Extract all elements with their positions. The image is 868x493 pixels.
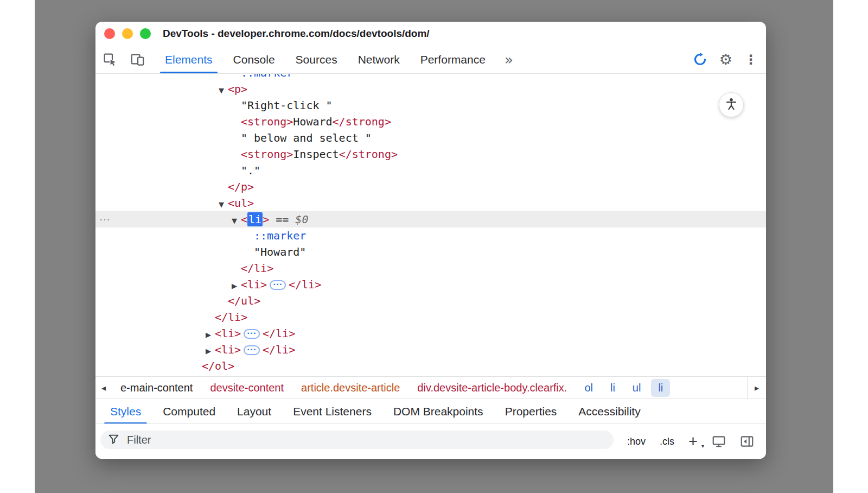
expand-arrow-icon[interactable]: ▼	[219, 83, 228, 99]
styles-filter-bar: :hov .cls +▾	[95, 424, 766, 459]
code-segment: </strong>	[339, 148, 398, 161]
dom-node[interactable]: </li>	[95, 260, 766, 276]
tab-console[interactable]: Console	[223, 46, 285, 73]
tab-network[interactable]: Network	[348, 46, 410, 73]
code-segment: <li>	[241, 278, 267, 291]
dom-node[interactable]: <strong>Howard</strong>	[95, 113, 766, 130]
code-segment: <li>	[215, 327, 241, 340]
breadcrumb-item[interactable]: devsite-content	[201, 382, 292, 394]
code-segment: </li>	[241, 262, 273, 275]
tab-dom-breakpoints[interactable]: DOM Breakpoints	[386, 399, 491, 424]
inline-expand-button[interactable]: ···	[244, 329, 260, 339]
minimize-button[interactable]	[122, 28, 133, 39]
tab-event-listeners[interactable]: Event Listeners	[285, 399, 379, 424]
tab-elements[interactable]: Elements	[155, 46, 223, 73]
code-segment: <ul>	[228, 197, 254, 210]
tab-computed[interactable]: Computed	[155, 399, 223, 424]
breadcrumb-item[interactable]: li	[602, 382, 624, 394]
dom-node[interactable]: ::marker	[95, 227, 766, 244]
dom-tree: ::marker▼<p>"Right-click "<strong>Howard…	[95, 74, 766, 377]
code-segment: "Right-click "	[241, 99, 333, 112]
filter-input[interactable]	[100, 431, 614, 449]
code-segment: </strong>	[333, 115, 391, 128]
kebab-menu-icon[interactable]: ⋮	[744, 53, 757, 66]
breadcrumb-item[interactable]: e-main-content	[112, 382, 201, 394]
dom-node[interactable]: ▶<li>···</li>	[95, 276, 766, 293]
sync-icon[interactable]	[693, 52, 707, 67]
more-tabs-icon[interactable]: »	[496, 46, 522, 73]
code-segment: </ul>	[228, 294, 260, 307]
inline-expand-button[interactable]: ···	[244, 345, 260, 355]
tab-properties[interactable]: Properties	[497, 399, 565, 424]
tab-layout[interactable]: Layout	[229, 399, 279, 424]
code-segment: <li>	[215, 343, 241, 356]
expand-arrow-icon[interactable]: ▶	[206, 343, 215, 359]
tab-styles[interactable]: Styles	[103, 399, 149, 424]
dom-node[interactable]: "Howard"	[95, 244, 766, 260]
titlebar: DevTools - developer.chrome.com/docs/dev…	[95, 22, 766, 46]
dom-node[interactable]: </ol>	[95, 358, 766, 374]
code-segment: "Howard"	[254, 245, 306, 258]
dom-node[interactable]: <strong>Inspect</strong>	[95, 146, 766, 162]
traffic-lights	[104, 28, 151, 39]
breadcrumb-item[interactable]: article.devsite-article	[292, 382, 409, 394]
breadcrumb-items: e-main-contentdevsite-contentarticle.dev…	[112, 377, 672, 399]
breadcrumb-item[interactable]: ul	[624, 382, 650, 394]
expand-arrow-icon[interactable]: ▼	[232, 213, 241, 229]
dom-node[interactable]: </p>	[95, 179, 766, 195]
code-segment: ==	[269, 213, 295, 226]
code-segment: Howard	[293, 115, 332, 128]
dom-node[interactable]: ▶<li>···</li>	[95, 342, 766, 358]
inspect-icon[interactable]	[103, 52, 117, 67]
tab-sources[interactable]: Sources	[285, 46, 348, 73]
filter-bar-controls: :hov .cls +▾	[627, 424, 754, 459]
breadcrumb-item[interactable]: ol	[576, 382, 602, 394]
expand-arrow-icon[interactable]: ▶	[206, 327, 215, 343]
rendering-display-icon[interactable]	[712, 434, 726, 448]
expand-arrow-icon[interactable]: ▼	[219, 197, 228, 213]
accessibility-button[interactable]	[719, 92, 744, 117]
code-segment: </li>	[289, 278, 321, 291]
dom-node[interactable]: ▼<p>	[95, 81, 766, 97]
close-button[interactable]	[104, 28, 115, 39]
dom-node[interactable]: "."	[95, 162, 766, 179]
breadcrumb-scroll-left-icon[interactable]: ◂	[95, 383, 112, 393]
node-overflow-menu-icon[interactable]: ⋯	[99, 211, 110, 227]
device-toolbar-icon[interactable]	[130, 52, 145, 67]
breadcrumb-item-selected[interactable]: li	[651, 379, 670, 397]
new-style-rule-button[interactable]: +▾	[688, 434, 698, 450]
code-segment: </ol>	[202, 359, 234, 372]
toggle-element-state-button[interactable]: :hov	[627, 436, 646, 447]
dom-node-selected[interactable]: ⋯▼<li> == $0	[95, 211, 766, 227]
toggle-sidebar-icon[interactable]	[740, 434, 754, 448]
code-segment: "."	[241, 164, 260, 177]
code-segment: </li>	[263, 327, 295, 340]
code-segment: <strong>	[241, 148, 293, 161]
dom-node[interactable]: ▼<ul>	[95, 195, 766, 211]
dom-node[interactable]: </li>	[95, 309, 766, 325]
tab-accessibility[interactable]: Accessibility	[571, 399, 648, 424]
code-segment: <p>	[228, 83, 247, 96]
dom-node[interactable]: "Right-click "	[95, 97, 766, 113]
accessibility-icon	[725, 97, 738, 112]
tab-performance[interactable]: Performance	[410, 46, 496, 73]
dom-node[interactable]: " below and select "	[95, 130, 766, 146]
dom-node[interactable]: ::marker	[95, 74, 766, 81]
code-segment: </p>	[228, 180, 254, 193]
panel-tab-strip: ElementsConsoleSourcesNetworkPerformance	[155, 46, 496, 73]
element-classes-button[interactable]: .cls	[660, 436, 674, 447]
filter-text-input[interactable]	[126, 433, 291, 447]
dom-node[interactable]: </ul>	[95, 293, 766, 309]
toolbar-right-icons: ⚙ ⋮	[693, 46, 757, 73]
breadcrumb-scroll-right-icon[interactable]: ▸	[747, 377, 766, 399]
inline-expand-button[interactable]: ···	[270, 280, 286, 290]
main-toolbar: ElementsConsoleSourcesNetworkPerformance…	[95, 46, 766, 74]
filter-funnel-icon	[108, 433, 119, 447]
selected-tag-name: li	[247, 212, 263, 226]
sidebar-tab-strip: StylesComputedLayoutEvent ListenersDOM B…	[95, 399, 766, 424]
expand-arrow-icon[interactable]: ▶	[232, 278, 241, 294]
zoom-button[interactable]	[140, 28, 151, 39]
breadcrumb-item[interactable]: div.devsite-article-body.clearfix.	[409, 382, 576, 394]
dom-node[interactable]: ▶<li>···</li>	[95, 325, 766, 342]
gear-icon[interactable]: ⚙	[719, 52, 732, 67]
